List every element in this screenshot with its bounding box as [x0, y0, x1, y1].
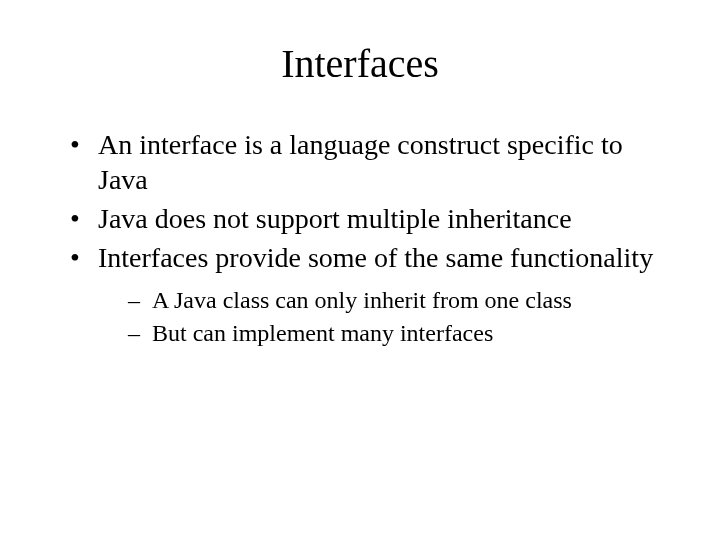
sub-bullet-item: But can implement many interfaces	[128, 318, 670, 349]
bullet-item: Java does not support multiple inheritan…	[70, 201, 670, 236]
bullet-item: Interfaces provide some of the same func…	[70, 240, 670, 349]
slide-title: Interfaces	[50, 40, 670, 87]
sub-bullet-item: A Java class can only inherit from one c…	[128, 285, 670, 316]
bullet-text: Interfaces provide some of the same func…	[98, 242, 653, 273]
slide: Interfaces An interface is a language co…	[0, 0, 720, 540]
bullet-list: An interface is a language construct spe…	[70, 127, 670, 349]
sub-bullet-list: A Java class can only inherit from one c…	[128, 285, 670, 349]
bullet-item: An interface is a language construct spe…	[70, 127, 670, 197]
